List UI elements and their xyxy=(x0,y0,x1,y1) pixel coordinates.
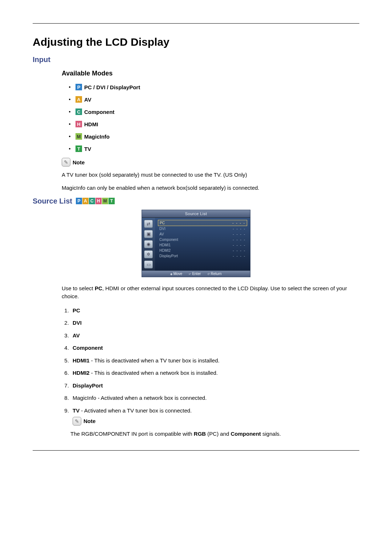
mode-label: Component xyxy=(84,109,114,115)
badge-t-icon: T xyxy=(109,198,115,204)
osd-item-dvi: DVI- - - - xyxy=(158,226,247,231)
badge-a-icon: A xyxy=(75,96,82,103)
bottom-note-text: The RGB/COMPONENT IN port is compatible … xyxy=(70,430,359,438)
available-modes-heading: Available Modes xyxy=(62,70,359,77)
available-modes-list: P PC / DVI / DisplayPort A AV C Componen… xyxy=(69,84,359,152)
mode-label: AV xyxy=(84,97,91,103)
list-item: DVI xyxy=(70,319,359,327)
mode-label: HDMI xyxy=(84,121,98,127)
list-item: HDMI1 - This is deactivated when a TV tu… xyxy=(70,357,359,365)
badge-p-icon: P xyxy=(76,198,82,204)
mode-row: T TV xyxy=(69,145,359,152)
mode-label: PC / DVI / DisplayPort xyxy=(84,84,140,90)
bullet-icon xyxy=(69,86,70,88)
source-ordered-list: PC DVI AV Component HDMI1 - This is deac… xyxy=(70,307,359,426)
osd-list: PC- - - - DVI- - - - AV- - - - Component… xyxy=(155,218,250,271)
note-icon: ✎ xyxy=(62,158,70,167)
badge-a-icon: A xyxy=(82,198,89,204)
input-heading: Input xyxy=(33,56,359,64)
mode-label: MagicInfo xyxy=(84,134,110,140)
source-badge-strip: P A C H M T xyxy=(76,198,115,204)
bullet-icon xyxy=(69,99,70,100)
osd-item-component: Component- - - - xyxy=(158,237,247,242)
list-item: Component xyxy=(70,344,359,352)
osd-footer-enter: Enter xyxy=(189,272,201,276)
bullet-icon xyxy=(69,148,70,149)
osd-input-icon: ⇄ xyxy=(144,220,153,228)
osd-footer-return: Return xyxy=(207,272,221,276)
osd-footer-move: Move xyxy=(170,272,182,276)
list-item: MagicInfo - Activated when a network box… xyxy=(70,394,359,402)
badge-t-icon: T xyxy=(75,145,82,152)
note-label: Note xyxy=(83,417,95,426)
osd-item-hdmi2: HDMI2- - - - xyxy=(158,248,247,253)
list-item: PC xyxy=(70,307,359,315)
note-text: A TV tuner box (sold separately) must be… xyxy=(62,171,359,179)
osd-screenshot: Source List ⇄ ▣ ◉ ✲ ▭ PC- - - - DVI- - -… xyxy=(142,210,250,277)
mode-row: C Component xyxy=(69,108,359,115)
osd-item-displayport: DisplayPort- - - - xyxy=(158,253,247,259)
badge-m-icon: M xyxy=(102,198,108,204)
bottom-rule xyxy=(33,450,359,451)
bullet-icon xyxy=(69,111,70,112)
mode-label: TV xyxy=(84,146,91,152)
list-item: HDMI2 - This is deactivated when a netwo… xyxy=(70,369,359,377)
source-list-heading: Source List xyxy=(33,197,72,205)
source-description: Use to select PC, HDMI or other external… xyxy=(62,284,359,301)
note-row: ✎ Note xyxy=(62,158,359,167)
badge-c-icon: C xyxy=(75,108,82,115)
osd-setup-icon: ✲ xyxy=(144,250,153,258)
bullet-icon xyxy=(69,136,70,137)
page-title: Adjusting the LCD Display xyxy=(33,36,359,48)
osd-multi-icon: ▭ xyxy=(144,260,153,268)
source-list-heading-row: Source List P A C H M T xyxy=(33,197,359,205)
mode-row: A AV xyxy=(69,96,359,103)
badge-h-icon: H xyxy=(95,198,102,204)
osd-picture-icon: ▣ xyxy=(144,230,153,238)
badge-m-icon: M xyxy=(75,133,82,140)
note-text: MagicInfo can only be enabled when a net… xyxy=(62,184,359,192)
osd-sidebar: ⇄ ▣ ◉ ✲ ▭ xyxy=(142,218,155,271)
osd-title: Source List xyxy=(142,210,250,218)
note-icon: ✎ xyxy=(73,417,81,426)
note-label: Note xyxy=(73,159,85,165)
list-item: AV xyxy=(70,332,359,340)
badge-p-icon: P xyxy=(75,84,82,90)
osd-footer: Move Enter Return xyxy=(142,271,250,277)
osd-sound-icon: ◉ xyxy=(144,240,153,248)
osd-item-av: AV- - - - xyxy=(158,231,247,237)
mode-row: P PC / DVI / DisplayPort xyxy=(69,84,359,90)
bullet-icon xyxy=(69,123,70,125)
top-rule xyxy=(33,23,359,24)
mode-row: H HDMI xyxy=(69,121,359,127)
osd-item-pc: PC- - - - xyxy=(158,220,247,226)
badge-c-icon: C xyxy=(89,198,95,204)
list-item: TV - Activated when a TV tuner box is co… xyxy=(70,407,359,426)
badge-h-icon: H xyxy=(75,121,82,127)
note-row-inline: ✎ Note xyxy=(73,417,359,426)
osd-item-hdmi1: HDMI1- - - - xyxy=(158,242,247,248)
list-item: DisplayPort xyxy=(70,382,359,390)
mode-row: M MagicInfo xyxy=(69,133,359,140)
